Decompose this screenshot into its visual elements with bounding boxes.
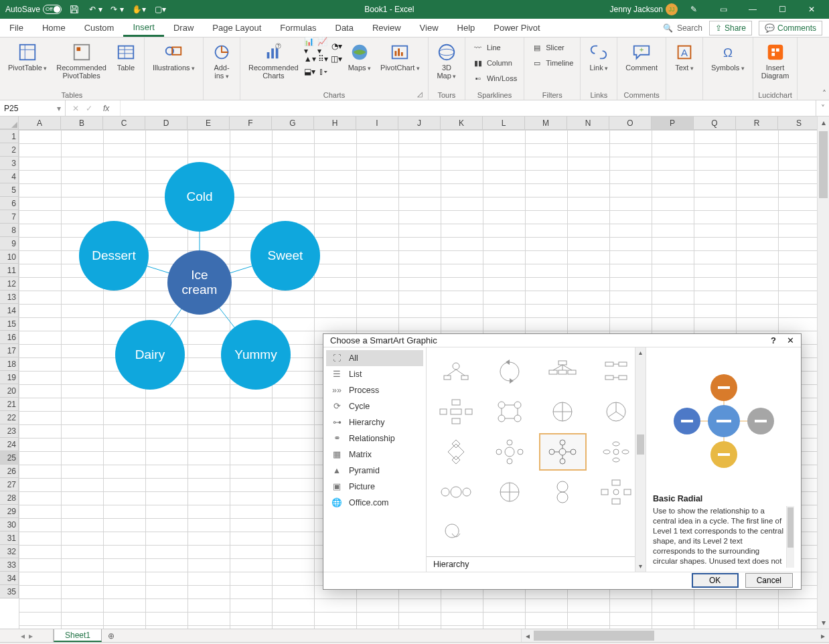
row-header[interactable]: 26	[0, 465, 19, 478]
smartart-node[interactable]: Dairy	[115, 320, 185, 390]
row-header[interactable]: 13	[0, 291, 19, 304]
touch-mode-icon[interactable]: ✋▾	[130, 0, 147, 19]
fx-icon[interactable]: fx	[99, 104, 113, 113]
row-header[interactable]: 18	[0, 357, 19, 371]
tab-file[interactable]: File	[0, 19, 33, 37]
category-process[interactable]: »»Process	[326, 382, 423, 398]
gallery-item[interactable]	[592, 473, 640, 511]
formula-input[interactable]	[121, 100, 816, 116]
tab-data[interactable]: Data	[326, 19, 363, 37]
tab-custom[interactable]: Custom	[75, 19, 124, 37]
row-header[interactable]: 32	[0, 545, 19, 558]
column-header[interactable]: J	[398, 116, 441, 129]
row-header[interactable]: 34	[0, 572, 19, 585]
hierarchy-chart-icon[interactable]: ▲▾	[304, 53, 316, 65]
pivottable-button[interactable]: PivotTable	[4, 40, 51, 74]
gallery-item[interactable]	[592, 433, 640, 471]
row-header[interactable]: 16	[0, 331, 19, 344]
column-header[interactable]: P	[652, 116, 694, 129]
close-icon[interactable]: ✕	[798, 0, 825, 19]
row-header[interactable]: 6	[0, 197, 19, 210]
row-header[interactable]: 5	[0, 183, 19, 197]
insert-diagram-button[interactable]: Insert Diagram	[757, 40, 794, 82]
row-header[interactable]: 21	[0, 398, 19, 411]
row-header[interactable]: 19	[0, 371, 19, 384]
select-all-corner[interactable]	[0, 116, 19, 129]
timeline-button[interactable]: ▭Timeline	[528, 56, 576, 70]
column-header[interactable]: C	[103, 116, 145, 129]
enter-formula-icon[interactable]: ✓	[86, 104, 92, 113]
comment-button[interactable]: +Comment	[621, 40, 662, 74]
table-button[interactable]: Table	[112, 40, 140, 74]
column-header[interactable]: Q	[694, 116, 736, 129]
gallery-scroll-up-icon[interactable]: ▴	[635, 347, 646, 358]
row-header[interactable]: 30	[0, 518, 19, 532]
qat-customize-icon[interactable]: ▢▾	[151, 0, 169, 19]
column-header[interactable]: S	[778, 116, 820, 129]
tab-formulas[interactable]: Formulas	[271, 19, 325, 37]
tab-nav-next-icon[interactable]: ▸	[29, 631, 33, 641]
column-header[interactable]: L	[483, 116, 525, 129]
cancel-formula-icon[interactable]: ✕	[72, 104, 79, 113]
category-picture[interactable]: ▣Picture	[326, 479, 423, 495]
gallery-item[interactable]	[539, 393, 587, 430]
sparkline-column-button[interactable]: ▮▮Column	[469, 56, 520, 70]
coming-soon-icon[interactable]: ✎	[680, 0, 707, 19]
smartart-diagram[interactable]: Cold Sweet Yummy Dairy Dessert Ice cream	[72, 150, 327, 391]
column-header[interactable]: O	[609, 116, 652, 129]
row-header[interactable]: 20	[0, 384, 19, 398]
category-officecom[interactable]: 🌐Office.com	[326, 495, 423, 511]
gallery-item[interactable]	[592, 393, 640, 430]
tab-power-pivot[interactable]: Power Pivot	[484, 19, 549, 37]
gallery-item[interactable]	[539, 433, 587, 471]
row-header[interactable]: 10	[0, 250, 19, 264]
row-header[interactable]: 17	[0, 344, 19, 357]
tab-insert[interactable]: Insert	[123, 19, 164, 37]
row-header[interactable]: 35	[0, 585, 19, 598]
row-header[interactable]: 28	[0, 491, 19, 505]
category-hierarchy[interactable]: ⊶Hierarchy	[326, 414, 423, 430]
sparkline-line-button[interactable]: 〰Line	[469, 40, 520, 55]
sheet-tab-sheet1[interactable]: Sheet1	[54, 629, 102, 642]
slicer-button[interactable]: ▤Slicer	[528, 40, 576, 55]
expand-formula-bar-icon[interactable]: ˅	[816, 100, 829, 116]
vertical-scrollbar[interactable]: ▴ ▾	[817, 116, 829, 629]
symbols-button[interactable]: ΩSymbols	[707, 40, 749, 74]
share-button[interactable]: ⇪Share	[709, 21, 752, 35]
column-header[interactable]: D	[145, 116, 187, 129]
hscroll-thumb[interactable]	[534, 631, 654, 641]
pie-chart-icon[interactable]: ◔▾	[331, 40, 343, 52]
column-header[interactable]: E	[187, 116, 230, 129]
smartart-node[interactable]: Cold	[165, 162, 234, 232]
name-box[interactable]: P25▾	[0, 100, 66, 116]
gallery-item[interactable]	[539, 353, 587, 390]
scroll-down-icon[interactable]: ▾	[818, 617, 829, 629]
category-pyramid[interactable]: ▲Pyramid	[326, 463, 423, 479]
row-header[interactable]: 11	[0, 264, 19, 277]
row-header[interactable]: 3	[0, 157, 19, 170]
row-header[interactable]: 2	[0, 143, 19, 157]
ok-button[interactable]: OK	[692, 573, 739, 588]
redo-icon[interactable]: ↷ ▾	[108, 0, 126, 19]
line-chart-icon[interactable]: 📈▾	[317, 40, 329, 52]
maximize-icon[interactable]: ☐	[769, 0, 796, 19]
ribbon-display-icon[interactable]: ▭	[710, 0, 737, 19]
horizontal-scrollbar[interactable]: ◂ ▸	[521, 629, 829, 642]
surface-chart-icon[interactable]: ◫▾	[331, 53, 343, 65]
pivotchart-button[interactable]: PivotChart	[376, 40, 424, 74]
undo-icon[interactable]: ↶ ▾	[87, 0, 104, 19]
vscroll-thumb[interactable]	[819, 131, 828, 198]
gallery-item[interactable]	[432, 433, 480, 471]
row-header[interactable]: 29	[0, 505, 19, 518]
row-header[interactable]: 25	[0, 451, 19, 465]
column-header[interactable]: I	[356, 116, 398, 129]
row-header[interactable]: 14	[0, 304, 19, 317]
gallery-item[interactable]	[592, 353, 640, 390]
tab-page-layout[interactable]: Page Layout	[203, 19, 271, 37]
collapse-ribbon-icon[interactable]: ˄	[822, 89, 826, 98]
row-header[interactable]: 12	[0, 277, 19, 291]
column-header[interactable]: R	[736, 116, 778, 129]
column-header[interactable]: M	[525, 116, 567, 129]
gallery-item[interactable]	[432, 393, 480, 430]
row-header[interactable]: 4	[0, 170, 19, 183]
